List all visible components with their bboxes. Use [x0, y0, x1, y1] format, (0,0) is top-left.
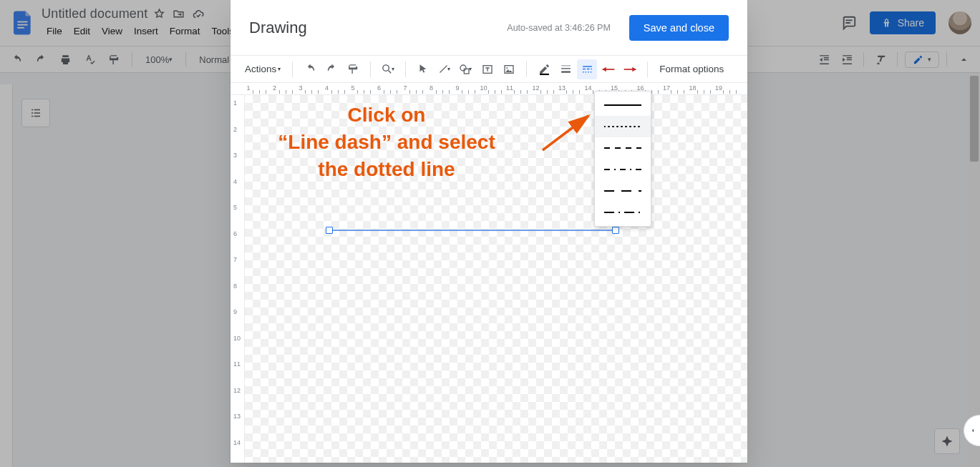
- dialog-title: Drawing: [249, 19, 307, 37]
- redo-icon[interactable]: [321, 59, 341, 79]
- drawing-dialog: Drawing Auto-saved at 3:46:26 PM Save an…: [231, 0, 747, 463]
- svg-rect-12: [561, 71, 571, 72]
- dash-option-long-dash[interactable]: [595, 159, 651, 180]
- undo-icon[interactable]: [300, 59, 320, 79]
- vertical-ruler-drawing: 1234567891011121314: [231, 95, 245, 463]
- line-color-icon[interactable]: [534, 59, 554, 79]
- line-dash-icon[interactable]: [577, 59, 597, 79]
- dash-option-dash-dot[interactable]: [595, 180, 651, 202]
- line-weight-icon[interactable]: [556, 59, 576, 79]
- line-dash-menu: [594, 91, 651, 227]
- line-tool-icon[interactable]: ▾: [435, 59, 455, 79]
- dash-option-dotted[interactable]: [595, 116, 651, 137]
- svg-rect-11: [561, 68, 571, 69]
- svg-rect-5: [465, 69, 470, 74]
- svg-rect-13: [583, 66, 592, 67]
- select-tool-icon[interactable]: [413, 59, 433, 79]
- svg-point-8: [507, 67, 508, 69]
- drawing-toolbar: Actions▾ ▾ ▾ ▾ Format options: [231, 56, 747, 83]
- svg-rect-10: [561, 66, 571, 67]
- textbox-tool-icon[interactable]: [477, 59, 498, 79]
- paint-format-icon[interactable]: [343, 59, 363, 79]
- zoom-tool[interactable]: ▾: [378, 59, 398, 79]
- dash-option-long-dash-dot[interactable]: [595, 202, 651, 223]
- shape-tool-icon[interactable]: ▾: [456, 59, 476, 79]
- svg-point-3: [383, 65, 389, 72]
- horizontal-ruler: 12345678910111213141516171819: [231, 83, 747, 95]
- svg-rect-9: [540, 74, 549, 75]
- line-end-icon[interactable]: [620, 59, 640, 79]
- format-options-button[interactable]: Format options: [655, 61, 728, 77]
- actions-menu[interactable]: Actions▾: [241, 61, 285, 77]
- dash-option-dashed[interactable]: [595, 137, 651, 159]
- svg-point-4: [460, 65, 466, 71]
- drawing-canvas[interactable]: [245, 95, 747, 463]
- line-start-icon[interactable]: [598, 59, 618, 79]
- dash-option-solid[interactable]: [595, 94, 651, 116]
- drawn-line[interactable]: [329, 230, 616, 231]
- image-tool-icon[interactable]: [499, 59, 519, 79]
- save-and-close-button[interactable]: Save and close: [629, 15, 729, 41]
- autosave-label: Auto-saved at 3:46:26 PM: [507, 23, 611, 33]
